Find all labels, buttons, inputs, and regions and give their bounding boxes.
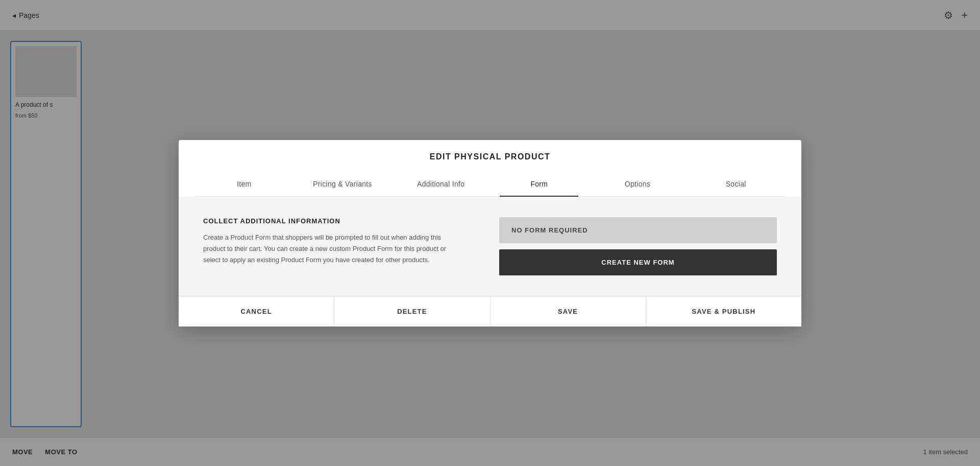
modal-tabs: Item Pricing & Variants Additional Info … [195,172,785,197]
create-new-form-button[interactable]: CREATE NEW FORM [499,249,777,275]
save-publish-button[interactable]: SAVE & PUBLISH [646,296,801,327]
modal-body: COLLECT ADDITIONAL INFORMATION Create a … [179,197,801,296]
tab-pricing-variants[interactable]: Pricing & Variants [293,172,392,196]
form-options-section: NO FORM REQUIRED CREATE NEW FORM [499,217,777,275]
modal-overlay: EDIT PHYSICAL PRODUCT Item Pricing & Var… [0,0,980,466]
delete-button[interactable]: DELETE [334,296,490,327]
save-button[interactable]: SAVE [491,296,646,327]
no-form-required-option[interactable]: NO FORM REQUIRED [499,217,777,243]
cancel-button[interactable]: CANCEL [179,296,334,327]
collect-info-section: COLLECT ADDITIONAL INFORMATION Create a … [203,217,458,275]
tab-additional-info[interactable]: Additional Info [391,172,490,196]
tab-form[interactable]: Form [490,172,589,196]
modal-header: EDIT PHYSICAL PRODUCT Item Pricing & Var… [179,140,801,197]
tab-options[interactable]: Options [589,172,687,196]
tab-social[interactable]: Social [687,172,785,196]
modal-title: EDIT PHYSICAL PRODUCT [195,152,785,172]
tab-item[interactable]: Item [195,172,293,196]
collect-title: COLLECT ADDITIONAL INFORMATION [203,217,458,225]
edit-product-modal: EDIT PHYSICAL PRODUCT Item Pricing & Var… [179,140,801,327]
collect-description: Create a Product Form that shoppers will… [203,232,458,266]
modal-footer: CANCEL DELETE SAVE SAVE & PUBLISH [179,296,801,327]
